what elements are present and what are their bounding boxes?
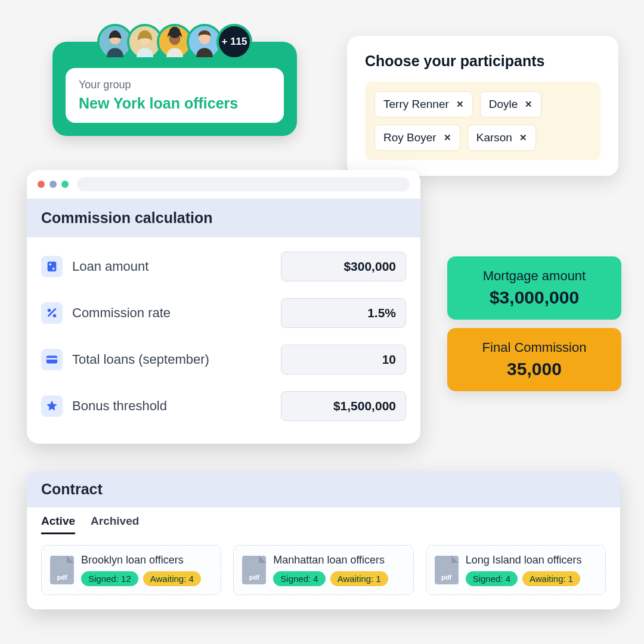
contract-doc-list: pdf Brooklyn loan officers Signed: 12 Aw… (27, 534, 620, 609)
participant-name: Karson (476, 131, 512, 144)
window-minimize-icon[interactable] (49, 181, 57, 188)
calc-row-total-loans: Total loans (september) 10 (41, 336, 406, 383)
commission-window: Commission calculation Loan amount $300,… (27, 170, 420, 444)
calc-value-input[interactable]: 1.5% (281, 298, 406, 328)
contract-window: Contract Active Archived pdf Brooklyn lo… (27, 471, 620, 609)
star-icon (41, 395, 63, 417)
contract-title: Contract (27, 471, 620, 507)
participant-name: Roy Boyer (383, 131, 436, 144)
awaiting-badge: Awaiting: 1 (330, 571, 388, 586)
contract-doc[interactable]: pdf Manhattan loan officers Signed: 4 Aw… (233, 545, 413, 595)
pdf-icon: pdf (435, 556, 459, 584)
tile-value: 35,000 (458, 359, 611, 379)
final-commission-tile: Final Commission 35,000 (447, 328, 621, 391)
contract-doc[interactable]: pdf Brooklyn loan officers Signed: 12 Aw… (41, 545, 221, 595)
doc-title: Manhattan loan officers (273, 554, 388, 566)
tab-archived[interactable]: Archived (91, 515, 139, 534)
pdf-icon: pdf (50, 556, 74, 584)
group-card: + 115 Your group New York loan officers (52, 42, 297, 136)
participant-name: Doyle (489, 98, 518, 111)
calc-row-loan-amount: Loan amount $300,000 (41, 243, 406, 290)
doc-title: Long Island loan officers (466, 554, 582, 566)
signed-badge: Signed: 4 (466, 571, 518, 586)
remove-icon[interactable]: ✕ (444, 132, 451, 143)
participant-chip[interactable]: Roy Boyer ✕ (374, 125, 460, 151)
calc-label: Total loans (september) (72, 352, 209, 367)
svg-point-13 (53, 314, 57, 318)
svg-rect-16 (47, 358, 57, 360)
calc-value-input[interactable]: $300,000 (281, 252, 406, 281)
commission-title: Commission calculation (27, 199, 420, 237)
url-bar[interactable] (77, 177, 410, 191)
svg-point-10 (49, 264, 51, 266)
window-controls (38, 181, 69, 188)
svg-point-6 (169, 27, 180, 38)
card-icon (41, 256, 63, 277)
avatar-overflow-count[interactable]: + 115 (216, 24, 252, 60)
participant-chip[interactable]: Doyle ✕ (480, 91, 542, 117)
participant-name: Terry Renner (383, 98, 449, 111)
participant-chip[interactable]: Terry Renner ✕ (374, 91, 473, 117)
remove-icon[interactable]: ✕ (456, 99, 464, 110)
participants-card: Choose your participants Terry Renner ✕ … (347, 36, 618, 176)
signed-badge: Signed: 12 (81, 571, 138, 586)
tab-active[interactable]: Active (41, 515, 75, 534)
tile-label: Final Commission (458, 340, 611, 355)
window-close-icon[interactable] (38, 181, 45, 188)
contract-tabs: Active Archived (27, 507, 620, 534)
doc-title: Brooklyn loan officers (81, 554, 201, 566)
calc-row-commission-rate: Commission rate 1.5% (41, 290, 406, 336)
remove-icon[interactable]: ✕ (519, 132, 527, 143)
calc-row-bonus-threshold: Bonus threshold $1,500,000 (41, 383, 406, 429)
signed-badge: Signed: 4 (273, 571, 325, 586)
percent-icon (41, 302, 63, 324)
tile-value: $3,000,000 (458, 287, 611, 308)
group-inner: Your group New York loan officers (66, 68, 284, 123)
awaiting-badge: Awaiting: 4 (143, 571, 201, 586)
remove-icon[interactable]: ✕ (525, 99, 532, 110)
summary-tiles: Mortgage amount $3,000,000 Final Commiss… (447, 256, 621, 391)
calc-value-input[interactable]: 10 (281, 345, 406, 374)
avatar-stack: + 115 (97, 24, 252, 60)
group-name: New York loan officers (79, 95, 271, 112)
svg-rect-9 (48, 262, 57, 272)
window-titlebar (27, 170, 420, 199)
window-zoom-icon[interactable] (61, 181, 69, 188)
participant-chip[interactable]: Karson ✕ (467, 125, 536, 151)
calc-label: Bonus threshold (72, 398, 167, 414)
awaiting-badge: Awaiting: 1 (522, 571, 580, 586)
svg-point-11 (52, 268, 55, 270)
contract-doc[interactable]: pdf Long Island loan officers Signed: 4 … (426, 545, 606, 595)
commission-rows: Loan amount $300,000 Commission rate 1.5… (27, 237, 420, 444)
group-label: Your group (79, 79, 271, 91)
svg-point-12 (48, 309, 51, 312)
mortgage-amount-tile: Mortgage amount $3,000,000 (447, 256, 621, 320)
participants-chip-area[interactable]: Terry Renner ✕ Doyle ✕ Roy Boyer ✕ Karso… (365, 82, 600, 160)
calc-label: Loan amount (72, 259, 148, 274)
calc-label: Commission rate (72, 305, 171, 321)
pdf-icon: pdf (242, 556, 266, 584)
credit-card-icon (41, 349, 63, 370)
tile-label: Mortgage amount (458, 268, 611, 284)
participants-title: Choose your participants (365, 52, 600, 70)
calc-value-input[interactable]: $1,500,000 (281, 391, 406, 421)
